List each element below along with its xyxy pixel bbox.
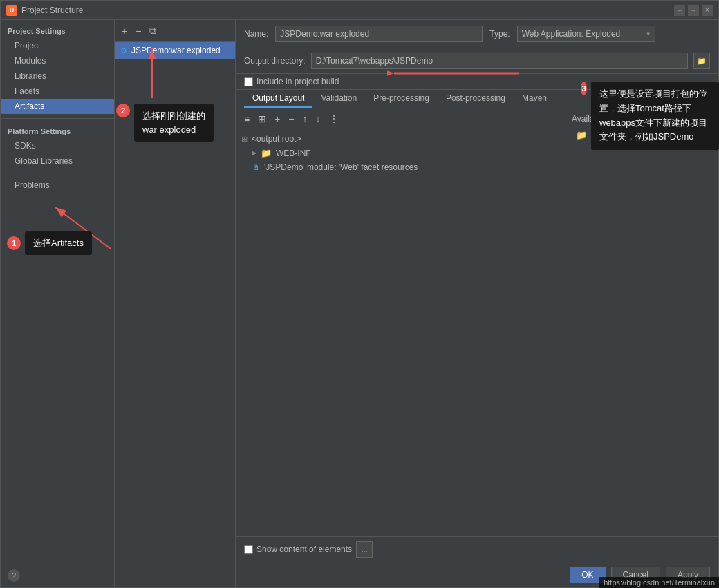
title-bar: U Project Structure ← → ×	[1, 1, 718, 20]
browse-button[interactable]: 📁	[693, 53, 710, 69]
output-dir-row: Output directory: 📁	[236, 48, 718, 74]
type-select-wrapper: Web Application: Exploded	[517, 26, 655, 42]
app-logo: U	[6, 5, 17, 16]
sidebar: Project Settings Project Modules Librari…	[1, 20, 115, 587]
tab-output-layout[interactable]: Output Layout	[244, 90, 312, 108]
title-bar-buttons: ← → ×	[674, 5, 713, 16]
help-button[interactable]: ?	[8, 569, 20, 582]
type-label: Type:	[489, 29, 510, 39]
include-checkbox-label[interactable]: Include in project build	[244, 77, 339, 86]
tab-post-processing[interactable]: Post-processing	[438, 90, 514, 108]
layout-tree-panel: ≡ ⊞ + − ↑ ↓ ⋮ ⊞ <output root>	[236, 108, 566, 536]
sidebar-bottom: ?	[1, 564, 114, 587]
layout-toolbar: ≡ ⊞ + − ↑ ↓ ⋮	[236, 108, 566, 129]
show-content-browse-btn[interactable]: ...	[356, 541, 373, 558]
tree-item-web-inf-label: WEB-INF	[276, 149, 311, 158]
artifact-item-label: JSPDemo:war exploded	[131, 46, 221, 55]
platform-settings-header: Platform Settings	[1, 123, 114, 138]
include-checkbox[interactable]	[244, 77, 253, 86]
available-label: Available Elements ?	[572, 114, 713, 124]
tab-pre-processing[interactable]: Pre-processing	[365, 90, 438, 108]
nav-forward-button[interactable]: →	[688, 5, 699, 16]
artifact-item[interactable]: ⚙ JSPDemo:war exploded	[115, 42, 235, 59]
sidebar-divider	[1, 118, 114, 119]
output-dir-input[interactable]	[311, 53, 688, 69]
output-dir-label: Output directory:	[244, 56, 306, 66]
available-item-jspdemo[interactable]: 📁 JSPDemo	[572, 128, 713, 142]
sidebar-item-sdks[interactable]: SDKs	[1, 138, 114, 153]
close-button[interactable]: ×	[702, 5, 713, 16]
sidebar-divider-2	[1, 173, 114, 173]
sidebar-item-facets[interactable]: Facets	[1, 84, 114, 99]
name-input[interactable]	[275, 26, 483, 42]
available-folder-icon: 📁	[576, 130, 587, 140]
show-content-text: Show content of elements	[256, 544, 352, 554]
remove-artifact-button[interactable]: −	[133, 24, 144, 38]
sidebar-item-modules[interactable]: Modules	[1, 53, 114, 68]
main-panel: Name: Type: Web Application: Exploded Ou…	[236, 20, 718, 587]
add-artifact-button[interactable]: +	[119, 24, 130, 38]
tree-item-output-root[interactable]: ⊞ <output root>	[236, 132, 566, 146]
layout-add-button[interactable]: +	[272, 112, 283, 126]
include-label: Include in project build	[256, 77, 339, 86]
dialog-footer: OK Cancel Apply	[236, 562, 718, 587]
name-type-row: Name: Type: Web Application: Exploded	[236, 20, 718, 48]
show-content-checkbox[interactable]	[244, 545, 253, 554]
include-row: Include in project build	[236, 74, 718, 90]
artifact-toolbar: + − ⧉	[115, 20, 235, 42]
cancel-button[interactable]: Cancel	[611, 567, 660, 583]
copy-artifact-button[interactable]: ⧉	[147, 23, 159, 38]
tree-item-module-label: 'JSPDemo' module: 'Web' facet resources	[264, 162, 418, 172]
artifact-icon: ⚙	[120, 46, 127, 55]
move-down-button[interactable]: ↓	[313, 112, 324, 126]
tree-view-button[interactable]: ⊞	[255, 112, 269, 126]
type-select[interactable]: Web Application: Exploded	[517, 26, 655, 42]
sidebar-item-problems[interactable]: Problems	[1, 178, 114, 193]
expand-icon: ▶	[252, 150, 256, 156]
sidebar-item-project[interactable]: Project	[1, 38, 114, 53]
root-icon: ⊞	[241, 135, 248, 144]
ok-button[interactable]: OK	[570, 567, 605, 583]
layout-tree: ⊞ <output root> ▶ 📁 WEB-INF 🗎 'JSPDemo' …	[236, 129, 566, 536]
tab-maven[interactable]: Maven	[514, 90, 555, 108]
layout-remove-button[interactable]: −	[286, 112, 297, 126]
extra-button[interactable]: ⋮	[326, 112, 342, 126]
bottom-row: Show content of elements ...	[236, 536, 718, 562]
tree-item-web-inf[interactable]: ▶ 📁 WEB-INF	[236, 146, 566, 160]
tabs-row: Output Layout Validation Pre-processing …	[236, 90, 718, 108]
nav-back-button[interactable]: ←	[674, 5, 685, 16]
sidebar-item-libraries[interactable]: Libraries	[1, 68, 114, 84]
move-up-button[interactable]: ↑	[300, 112, 310, 126]
sidebar-item-artifacts[interactable]: Artifacts	[1, 99, 114, 114]
sidebar-item-global-libraries[interactable]: Global Libraries	[1, 153, 114, 169]
tree-item-module-resources[interactable]: 🗎 'JSPDemo' module: 'Web' facet resource…	[236, 160, 566, 174]
name-label: Name:	[244, 29, 268, 39]
available-help-icon[interactable]: ?	[645, 114, 650, 124]
artifact-list-panel: + − ⧉ ⚙ JSPDemo:war exploded	[115, 20, 236, 587]
folder-icon: 📁	[261, 148, 272, 158]
list-view-button[interactable]: ≡	[241, 112, 252, 126]
output-layout-area: ≡ ⊞ + − ↑ ↓ ⋮ ⊞ <output root>	[236, 108, 718, 536]
available-item-label: JSPDemo	[591, 131, 628, 140]
module-icon: 🗎	[252, 163, 260, 171]
project-settings-header: Project Settings	[1, 23, 114, 38]
show-content-label[interactable]: Show content of elements	[244, 544, 352, 554]
apply-button[interactable]: Apply	[666, 567, 710, 583]
available-elements-panel: Available Elements ? 📁 JSPDemo	[566, 108, 718, 536]
tab-validation[interactable]: Validation	[312, 90, 365, 108]
tree-item-output-root-label: <output root>	[252, 134, 301, 144]
window-title: Project Structure	[21, 6, 674, 15]
